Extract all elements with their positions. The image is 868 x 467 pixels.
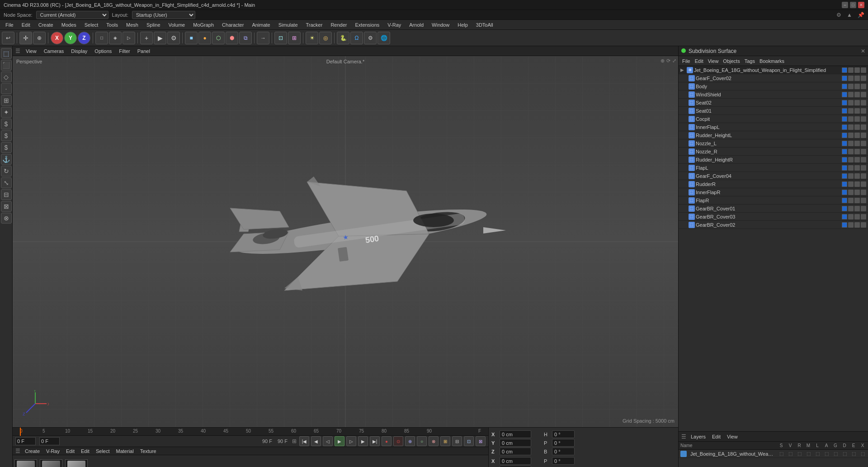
geo-btn[interactable]: ⬡	[212, 32, 225, 44]
menu-vray[interactable]: V-Ray	[384, 21, 405, 29]
p-input[interactable]	[552, 439, 575, 447]
obj-row-gearbr-cover01[interactable]: ⬚ GearBR_Cover01	[679, 205, 868, 213]
obj-row-innerlflapl[interactable]: ⬚ InnerFlapL	[679, 123, 868, 131]
menu-create[interactable]: Create	[35, 21, 57, 29]
obj-bookmarks-menu[interactable]: Bookmarks	[758, 58, 786, 64]
obj-mgr-close-btn[interactable]: ✕	[861, 48, 865, 54]
layer-l-btn[interactable]: ⬚	[814, 451, 821, 456]
menu-tools[interactable]: Tools	[103, 21, 122, 29]
edit-mat-menu[interactable]: Edit	[64, 448, 76, 454]
material-boeing1[interactable]: Boeing_1	[14, 459, 37, 467]
play-pause-btn[interactable]: ▶	[335, 436, 344, 446]
obj-row-gearf-cover02[interactable]: ⬚ GearF_Cover02	[679, 74, 868, 82]
obj-row-flapr[interactable]: ⬚ FlapR	[679, 196, 868, 205]
menu-volume[interactable]: Volume	[165, 21, 189, 29]
sidebar-poly-btn[interactable]: ⬛	[1, 60, 12, 71]
sidebar-mirror-btn[interactable]: ⊟	[1, 189, 12, 200]
menu-3dtoall[interactable]: 3DToAll	[472, 21, 497, 29]
sidebar-point-btn[interactable]: ·	[1, 83, 12, 94]
obj-row-gearbr-cover02[interactable]: ⬚ GearBR_Cover02	[679, 221, 868, 229]
h-input[interactable]	[552, 430, 575, 438]
obj-row-windshield[interactable]: ⬚ WindShield	[679, 91, 868, 99]
layer-a-btn[interactable]: ⬚	[823, 451, 830, 456]
panel-icon[interactable]: ⚙	[836, 12, 841, 18]
mat-btn[interactable]: ⬢	[226, 32, 238, 44]
obj-row-seat01[interactable]: ⬚ Seat01	[679, 107, 868, 115]
grid-btn[interactable]: ⊞	[288, 32, 301, 44]
prev-frame-btn[interactable]: ◀	[311, 436, 321, 446]
globe-btn[interactable]: 🌐	[377, 32, 390, 44]
sidebar-scale-btn[interactable]: ⤡	[1, 177, 12, 188]
x-position-input[interactable]	[500, 430, 531, 438]
sidebar-s3-btn[interactable]: $	[1, 142, 12, 153]
layer-x-btn[interactable]: ⬚	[859, 451, 866, 456]
view-menu-item[interactable]: View	[24, 48, 38, 54]
arrow-btn[interactable]: →	[257, 32, 269, 44]
menu-character[interactable]: Character	[218, 21, 247, 29]
undo-button[interactable]: ↩	[2, 32, 14, 44]
fullscreen-icon[interactable]: ⤢	[672, 58, 676, 64]
obj-file-menu[interactable]: File	[680, 58, 692, 64]
settings-btn[interactable]: ⚙	[167, 32, 180, 44]
current-frame-input[interactable]	[15, 437, 36, 445]
filter-menu-item[interactable]: Filter	[117, 48, 132, 54]
layer-d-btn[interactable]: ⬚	[841, 451, 848, 456]
obj-row-rudder-heightr[interactable]: ⬚ Rudder_HeightR	[679, 156, 868, 164]
keyframe-scl-btn[interactable]: ⊗	[429, 436, 439, 446]
layer-edit-menu[interactable]: Edit	[710, 434, 722, 439]
viewport-menu-icon[interactable]: ☰	[15, 48, 20, 54]
material-boeing2[interactable]: Boeing_2	[40, 459, 62, 467]
obj-root-row[interactable]: ▶ ⊞ Jet_Boeing_EA_18G_without_Weapon_in_…	[679, 66, 868, 74]
obj-row-nozzle-l[interactable]: ⬚ Nozzle_L	[679, 139, 868, 148]
layer-v-btn[interactable]: ⬚	[787, 451, 794, 456]
go-end-btn[interactable]: ▶|	[370, 436, 380, 446]
layer-r-btn[interactable]: ⬚	[796, 451, 803, 456]
sidebar-s1-btn[interactable]: $	[1, 119, 12, 129]
menu-tracker[interactable]: Tracker	[302, 21, 326, 29]
keyframe-icon[interactable]: ⊞	[292, 438, 297, 444]
motion-clip-btn[interactable]: ⊡	[464, 436, 474, 446]
menu-help[interactable]: Help	[454, 21, 472, 29]
vray-menu[interactable]: V-Ray	[44, 448, 61, 454]
sidebar-snap-btn[interactable]: ✦	[1, 107, 12, 118]
menu-edit[interactable]: Edit	[18, 21, 34, 29]
expand-icon[interactable]: ▲	[847, 12, 852, 18]
layout-select[interactable]: Startup (User)	[132, 11, 195, 19]
keyframe-pos-btn[interactable]: ⊕	[405, 436, 415, 446]
sidebar-edge-btn[interactable]: ◇	[1, 71, 12, 82]
sidebar-uv-btn[interactable]: ⊞	[1, 95, 12, 106]
select-btn[interactable]: ⊡	[274, 32, 287, 44]
pin-icon[interactable]: 📌	[858, 12, 864, 18]
go-start-btn[interactable]: |◀	[299, 436, 309, 446]
keyframe-all-btn[interactable]: ⊟	[452, 436, 462, 446]
obj-objects-menu[interactable]: Objects	[721, 58, 741, 64]
menu-mograph[interactable]: MoGraph	[189, 21, 217, 29]
sidebar-rig-btn[interactable]: ⊗	[1, 213, 12, 224]
poly-mode-btn[interactable]: ◈	[109, 32, 122, 44]
viewport-canvas[interactable]: Perspective Default Camera.* ⊕ ⟳ ⤢	[13, 56, 678, 427]
obj-row-innerflapr[interactable]: ⬚ InnerFlapR	[679, 188, 868, 196]
obj-row-gearbr-cover03[interactable]: ⬚ GearBR_Cover03	[679, 213, 868, 221]
clone-btn[interactable]: ⧉	[239, 32, 252, 44]
motion-btn[interactable]: ⊠	[476, 436, 486, 446]
layer-layers-menu[interactable]: Layers	[689, 434, 708, 439]
close-button[interactable]: ✕	[858, 2, 864, 8]
b-input[interactable]	[552, 448, 575, 455]
obj-row-cocpit[interactable]: ⬚ Cocpit	[679, 115, 868, 123]
next-key-btn[interactable]: ▷	[346, 436, 356, 446]
panel-menu-item[interactable]: Panel	[136, 48, 152, 54]
sidebar-mat2-btn[interactable]: ⊠	[1, 201, 12, 212]
node-space-select[interactable]: Current (Arnold)	[36, 11, 108, 19]
sphere-btn[interactable]: ●	[198, 32, 211, 44]
py2-btn[interactable]: Ω	[350, 32, 363, 44]
minimize-button[interactable]: –	[842, 2, 848, 8]
gear2-btn[interactable]: ⚙	[364, 32, 377, 44]
menu-arnold[interactable]: Arnold	[406, 21, 427, 29]
texture-menu[interactable]: Texture	[138, 448, 158, 454]
sidebar-rot-btn[interactable]: ↻	[1, 166, 12, 176]
new-btn[interactable]: +	[140, 32, 153, 44]
x2-input[interactable]	[500, 457, 531, 465]
p2-input[interactable]	[552, 457, 575, 465]
keyframe-rot-btn[interactable]: ○	[417, 436, 427, 446]
py-btn[interactable]: 🐍	[337, 32, 349, 44]
